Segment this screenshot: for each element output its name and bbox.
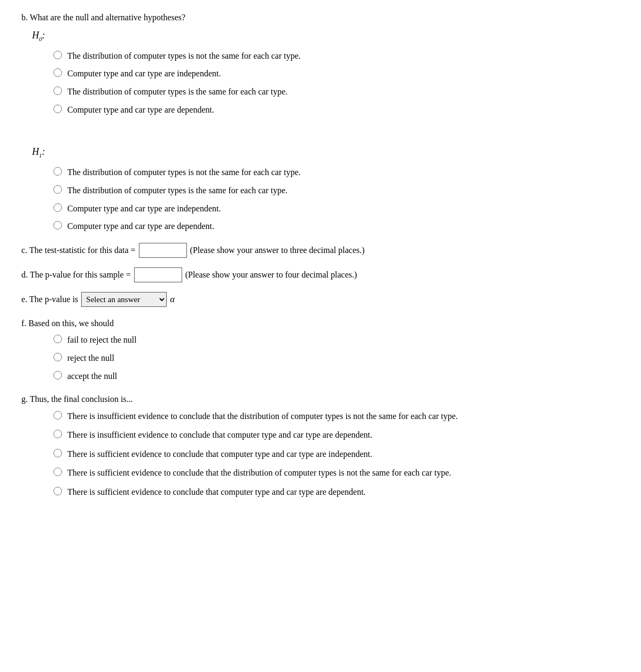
h1-option-4[interactable]: Computer type and car type are dependent… [53, 219, 620, 233]
f-option-1[interactable]: fail to reject the null [53, 333, 620, 347]
g-radio-3[interactable] [53, 449, 62, 457]
f-option-2[interactable]: reject the null [53, 351, 620, 365]
f-radio-3[interactable] [53, 371, 62, 380]
h0-option-4[interactable]: Computer type and car type are dependent… [53, 103, 620, 117]
part-c-section: c. The test-statistic for this data = (P… [21, 243, 620, 258]
h1-radio-2[interactable] [53, 185, 62, 194]
part-f-section: f. Based on this, we should fail to reje… [21, 317, 620, 383]
part-e-label: e. The p-value is [21, 292, 78, 306]
h1-label: H1: [32, 144, 620, 160]
h1-option-4-label: Computer type and car type are dependent… [67, 219, 214, 233]
h0-label: H0: [32, 28, 620, 44]
h1-option-3-label: Computer type and car type are independe… [67, 202, 221, 216]
g-option-1-label: There is insufficient evidence to conclu… [67, 409, 458, 423]
g-option-1[interactable]: There is insufficient evidence to conclu… [53, 409, 620, 423]
g-option-5-label: There is sufficient evidence to conclude… [67, 485, 366, 499]
test-statistic-input[interactable] [139, 243, 187, 258]
part-e-section: e. The p-value is Select an answer less … [21, 292, 620, 307]
h0-radio-4[interactable] [53, 105, 62, 113]
part-c-note: (Please show your answer to three decima… [190, 243, 365, 257]
f-option-2-label: reject the null [67, 351, 114, 365]
part-g-section: g. Thus, the final conclusion is... Ther… [21, 392, 620, 499]
g-radio-1[interactable] [53, 411, 62, 420]
h0-option-2-label: Computer type and car type are independe… [67, 67, 221, 81]
g-radio-4[interactable] [53, 468, 62, 476]
part-e-row: e. The p-value is Select an answer less … [21, 292, 620, 307]
h0-option-1[interactable]: The distribution of computer types is no… [53, 49, 620, 63]
h0-option-3[interactable]: The distribution of computer types is th… [53, 85, 620, 99]
alpha-symbol: α [170, 292, 175, 306]
h0-radio-group: The distribution of computer types is no… [53, 49, 620, 116]
part-c-row: c. The test-statistic for this data = (P… [21, 243, 620, 258]
h0-option-3-label: The distribution of computer types is th… [67, 85, 287, 99]
h1-option-2-label: The distribution of computer types is th… [67, 184, 287, 197]
part-f-radio-group: fail to reject the null reject the null … [53, 333, 620, 383]
p-value-input[interactable] [134, 267, 182, 282]
f-option-1-label: fail to reject the null [67, 333, 137, 347]
h0-radio-3[interactable] [53, 86, 62, 95]
g-option-4-label: There is sufficient evidence to conclude… [67, 466, 451, 480]
part-d-row: d. The p-value for this sample = (Please… [21, 267, 620, 282]
f-radio-2[interactable] [53, 353, 62, 361]
part-d-note: (Please show your answer to four decimal… [185, 268, 357, 282]
h0-radio-2[interactable] [53, 68, 62, 77]
h1-option-1-label: The distribution of computer types is no… [67, 165, 301, 179]
f-radio-1[interactable] [53, 335, 62, 343]
h1-radio-1[interactable] [53, 167, 62, 176]
part-d-section: d. The p-value for this sample = (Please… [21, 267, 620, 282]
h0-radio-1[interactable] [53, 51, 62, 59]
part-b-label: b. What are the null and alternative hyp… [21, 11, 620, 25]
part-g-label: g. Thus, the final conclusion is... [21, 392, 620, 406]
h0-option-4-label: Computer type and car type are dependent… [67, 103, 214, 117]
f-option-3[interactable]: accept the null [53, 369, 620, 383]
g-option-2-label: There is insufficient evidence to conclu… [67, 428, 372, 442]
part-c-label: c. The test-statistic for this data = [21, 243, 136, 257]
g-option-2[interactable]: There is insufficient evidence to conclu… [53, 428, 620, 442]
h0-option-1-label: The distribution of computer types is no… [67, 49, 301, 63]
part-f-label: f. Based on this, we should [21, 317, 620, 330]
g-radio-5[interactable] [53, 487, 62, 495]
h1-option-1[interactable]: The distribution of computer types is no… [53, 165, 620, 179]
g-radio-2[interactable] [53, 430, 62, 438]
g-option-4[interactable]: There is sufficient evidence to conclude… [53, 466, 620, 480]
h1-radio-4[interactable] [53, 221, 62, 230]
p-value-comparison-select[interactable]: Select an answer less than greater than … [81, 292, 167, 307]
g-option-3[interactable]: There is sufficient evidence to conclude… [53, 447, 620, 461]
h0-option-2[interactable]: Computer type and car type are independe… [53, 67, 620, 81]
part-g-radio-group: There is insufficient evidence to conclu… [21, 409, 620, 499]
h1-radio-group: The distribution of computer types is no… [53, 165, 620, 233]
h1-option-2[interactable]: The distribution of computer types is th… [53, 184, 620, 197]
part-b-section: b. What are the null and alternative hyp… [21, 11, 620, 233]
g-option-5[interactable]: There is sufficient evidence to conclude… [53, 485, 620, 499]
part-d-label: d. The p-value for this sample = [21, 268, 131, 282]
g-option-3-label: There is sufficient evidence to conclude… [67, 447, 372, 461]
f-option-3-label: accept the null [67, 369, 117, 383]
h1-radio-3[interactable] [53, 203, 62, 212]
h1-option-3[interactable]: Computer type and car type are independe… [53, 202, 620, 216]
